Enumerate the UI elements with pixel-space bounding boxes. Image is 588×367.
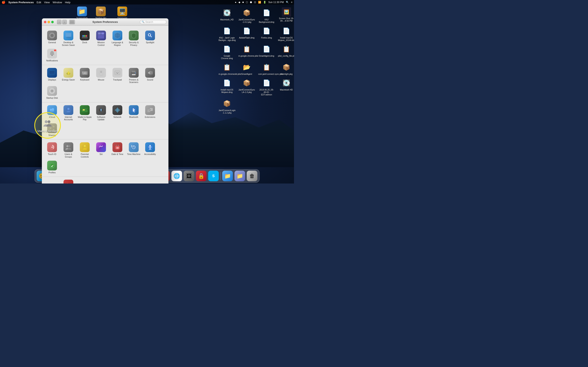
list-icon[interactable]: ≡ — [291, 1, 292, 4]
pref-datetime[interactable]: 18 Date & Time — [109, 141, 126, 159]
ri-plist1[interactable]: 📋 m.google.chrome.plist — [237, 43, 256, 60]
ri-knj-background[interactable]: 📄 KNJ Background.dmg — [257, 7, 276, 24]
ri-knj-jamf[interactable]: 📄 KNJ - Jamf Login Backgro...ogo.dmg — [217, 25, 237, 42]
dock-folder2[interactable]: 📁 — [234, 170, 246, 182]
svg-rect-27 — [82, 72, 83, 72]
desktop: 🍎 System Preferences Edit View Window He… — [0, 0, 294, 184]
wifi-icon[interactable]: 📶 — [258, 1, 261, 4]
search-box[interactable]: 🔍 — [140, 20, 166, 24]
ri-macintosh-hd-top[interactable]: 💽 Macintosh_HD — [217, 7, 237, 24]
pref-printers[interactable]: Printers & Scanners — [126, 67, 142, 85]
pref-wallet[interactable]: Wallet & Apple Pay — [77, 104, 93, 122]
svg-rect-31 — [82, 73, 83, 73]
clock: Sun 11:30 PM — [268, 1, 284, 4]
maximize-button[interactable] — [51, 21, 54, 23]
grid-view-button[interactable] — [69, 20, 75, 24]
edit-menu[interactable]: Edit — [36, 1, 41, 4]
menubar-icon-1[interactable]: ● — [235, 1, 236, 4]
pref-general[interactable]: General — [44, 29, 60, 48]
ri-adobeflash[interactable]: 📄 AdobeFlash.dmg — [237, 25, 256, 42]
pref-accessibility[interactable]: Accessibility — [142, 141, 158, 159]
app-name-menu[interactable]: System Preferences — [8, 1, 34, 4]
svg-rect-2 — [66, 33, 71, 37]
ri-smartagent-dmg[interactable]: 📄 SmartAgent.dmg — [257, 43, 276, 60]
svg-rect-28 — [84, 72, 85, 72]
ri-google-chrome[interactable]: 📄 Google Chrome.dmg — [217, 43, 237, 60]
pref-keyboard[interactable]: Keyboard — [77, 67, 93, 85]
svg-point-44 — [52, 90, 53, 92]
pref-notifications[interactable]: Notifications — [44, 48, 60, 63]
dock-photos[interactable]: 🖼 — [183, 170, 195, 182]
dock-skype[interactable]: S — [208, 170, 219, 182]
svg-text:18: 18 — [116, 147, 119, 149]
pref-desktop[interactable]: Desktop & Screen Saver — [60, 29, 77, 48]
svg-point-16 — [147, 33, 153, 38]
window-menu[interactable]: Window — [53, 1, 62, 4]
ri-wdmon[interactable]: 📄 2019.06.20_09-48-02-EDT.wdmon — [257, 77, 276, 97]
svg-point-49 — [52, 108, 54, 110]
pref-language[interactable]: Language & Region — [109, 29, 126, 48]
pref-dock[interactable]: Dock — [77, 29, 93, 48]
pref-users-groups[interactable]: Users & Groups — [60, 141, 77, 159]
svg-point-75 — [68, 145, 70, 147]
pref-trackpad[interactable]: Trackpad — [109, 67, 126, 85]
pref-bluetooth[interactable]: Bluetooth — [126, 104, 142, 122]
ri-jamfconnectsync[interactable]: 📦 JamfConnectSync -1.0.2.pkg — [237, 7, 256, 24]
battery-icon[interactable]: 🔋 — [263, 1, 266, 4]
pref-security[interactable]: Security & Privacy — [126, 29, 142, 48]
pref-spotlight[interactable]: Spotlight — [142, 29, 158, 48]
pref-profiles[interactable]: Profiles — [44, 159, 60, 175]
ri-silverlight[interactable]: 📦 silverlight.pkg — [277, 61, 294, 76]
ri-plist-config[interactable]: 📋 plist_config_file.plist — [277, 43, 294, 60]
pref-siri[interactable]: Siri — [93, 141, 109, 159]
menubar-icon-6[interactable]: ⊡ — [254, 1, 256, 4]
help-menu[interactable]: Help — [65, 1, 70, 4]
menubar-left: 🍎 System Preferences Edit View Window He… — [2, 0, 70, 4]
pref-mouse[interactable]: Mouse — [93, 67, 109, 85]
pref-startup[interactable]: Startup Disk — [44, 85, 60, 100]
search-icon[interactable]: 🔍 — [286, 1, 289, 4]
forward-button[interactable]: › — [62, 20, 67, 24]
pref-sound[interactable]: Sound — [142, 67, 158, 85]
search-input[interactable] — [145, 21, 164, 24]
pref-time-machine[interactable]: Time Machine — [126, 141, 142, 159]
menubar-icon-4[interactable]: ⬡ — [246, 1, 248, 4]
pref-displays[interactable]: Displays — [44, 67, 60, 85]
ri-plist3[interactable]: 📋 com.jamf.connect.sync.plist — [257, 61, 276, 76]
pref-software-update[interactable]: Software Update — [93, 104, 109, 122]
ri-jamfconnectlogin[interactable]: 📦 JamfConnectLogin -1.1.2.pkg — [217, 97, 237, 115]
pref-network[interactable]: Network — [109, 104, 126, 122]
ri-plist2[interactable]: 📋 m.google.chromeold.plist — [217, 61, 237, 76]
pref-touchid[interactable]: Touch ID — [44, 141, 60, 159]
pref-internet-accounts[interactable]: Internet Accounts — [60, 104, 77, 122]
pref-parental[interactable]: Parental Controls — [77, 141, 93, 159]
section-hardware: Displays Energy Saver Keyboard — [42, 65, 168, 102]
ri-screenshot[interactable]: 🖼️ Screen Shot 19-09-...8.56 PM — [277, 7, 294, 24]
menubar-icon-3[interactable]: ■ — [242, 1, 244, 4]
menubar-icon-2[interactable]: ◆ — [238, 1, 240, 4]
ri-install-macos2[interactable]: 📄 Install macOS Mojave.dmg — [217, 77, 237, 97]
svg-point-6 — [82, 35, 84, 37]
pref-mission-control[interactable]: Mission Control — [93, 29, 109, 48]
ri-install-macos1[interactable]: 📄 Install macOS Mojave_10144.dmg — [277, 25, 294, 42]
ri-smartagent-folder[interactable]: 📂 SmartAgent — [237, 61, 256, 76]
pref-extensions[interactable]: Extensions — [142, 104, 158, 122]
ri-macintosh-hd-bottom[interactable]: 💽 Macintosh HD — [277, 77, 294, 97]
svg-point-8 — [86, 35, 87, 37]
pref-energy[interactable]: Energy Saver — [60, 67, 77, 85]
back-button[interactable]: ‹ — [57, 20, 61, 24]
ri-jamfconnect-la[interactable]: 📦 JamfConnectSync LA-1.0.pkg — [237, 77, 256, 97]
close-button[interactable] — [44, 21, 46, 23]
users-groups-highlight[interactable]: Users & Groups — [34, 112, 61, 139]
apple-menu[interactable]: 🍎 — [2, 0, 6, 4]
dock-vpn[interactable]: 🔒 — [196, 170, 207, 182]
section-system: Touch ID Users & Groups Parental Control… — [42, 140, 168, 177]
minimize-button[interactable] — [48, 21, 50, 23]
pref-java[interactable]: Java Java — [60, 178, 77, 184]
view-menu[interactable]: View — [44, 1, 50, 4]
dock-trash[interactable]: 🗑 — [246, 170, 258, 182]
dock-folder[interactable]: 📁 — [222, 170, 233, 182]
ri-firefox[interactable]: 📄 Firefox.dmg — [257, 25, 276, 42]
dock-chrome[interactable]: 🌐 — [171, 170, 182, 182]
menubar-icon-5[interactable]: ⬟ — [250, 1, 252, 4]
